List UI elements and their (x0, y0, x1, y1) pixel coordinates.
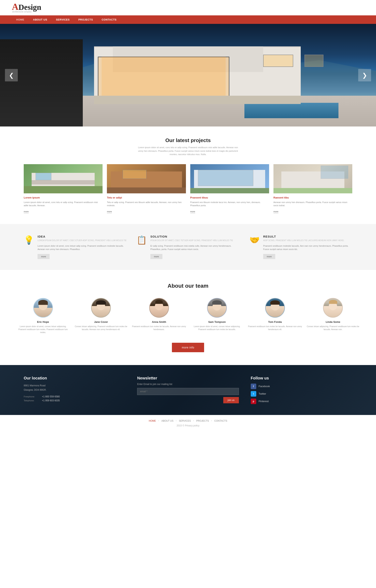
team-member-2: Jane Cover Consec tetuer adipiscing. Pra… (74, 298, 128, 334)
hero-house-left-dark (0, 39, 83, 126)
social-pinterest-item[interactable]: p Pinterest (251, 399, 352, 404)
twitter-label: Twitter (259, 392, 266, 395)
hero-slider: ❮ ❯ (0, 24, 376, 126)
newsletter-email-input[interactable] (137, 388, 239, 395)
projects-grid: Lorem ipsum Lorem ipsum dolor sit amet, … (24, 164, 352, 213)
footer-freephone-row: Freephone: +1 800 559 6580 (24, 395, 125, 398)
footer-telephone-value: +1 959 603 6035 (42, 399, 60, 402)
hero-window-2 (304, 55, 323, 67)
team-member-4: Sam Tompson Lorem ipsum dolor sit amet, … (190, 298, 244, 334)
footer-social-col: Follow us f Facebook t Twitter p Pintere… (251, 376, 352, 404)
team-name-6: Linda Some (306, 320, 360, 323)
project-card-4: Raesent tibu Aenean non umny hen drenaur… (274, 164, 352, 213)
newsletter-join-button[interactable]: join us (223, 397, 239, 403)
project-image-4 (274, 164, 352, 193)
project-more-link-4[interactable]: more (274, 210, 278, 213)
footer-nav-contacts[interactable]: CONTACTS (214, 420, 227, 422)
nav-link-projects[interactable]: PROJECTS (74, 15, 97, 24)
footer-nav-about[interactable]: ABOUT US (161, 420, 174, 422)
idea-more-btn-solution[interactable]: more (150, 254, 162, 259)
hero-next-button[interactable]: ❯ (358, 69, 371, 82)
idea-content-idea: IDEA LOREM IPSUM DOLOR SIT AMET, CSEC ET… (38, 235, 127, 259)
team-text-1: Lorem ipsum dolor sit amet, consec tetue… (16, 325, 70, 334)
team-member-5: Tom Fonda Praesent vestibuum lum moles b… (248, 298, 302, 334)
footer-bottom: HOME • ABOUT US • SERVICES • PROJECTS • … (0, 415, 376, 431)
idea-title-idea: IDEA (38, 235, 127, 238)
latest-projects-section: Our latest projects Lorem ipsum dolor si… (0, 126, 376, 224)
project-more-link-3[interactable]: more (190, 210, 195, 213)
footer-nav-services[interactable]: SERVICES (179, 420, 191, 422)
team-name-5: Tom Fonda (248, 320, 302, 323)
nav-item-projects[interactable]: PROJECTS (74, 15, 97, 24)
facebook-icon: f (251, 384, 256, 389)
team-section: About our team Eric Hope Lorem ipsum dol… (0, 270, 376, 365)
nav-item-about[interactable]: ABOUT US (29, 15, 52, 24)
idea-col-result: 🤝 RESULT ADIP SCING, PRAESENT VIBU LUM M… (249, 235, 352, 259)
footer-nav-sep-3: • (193, 420, 194, 422)
hero-interior-light (101, 57, 226, 96)
team-title: About our team (16, 283, 360, 289)
project-text-1: Lorem ipsum dolor sit amet, conc tetu er… (24, 201, 102, 207)
project-text-3: Praesent ves tibuum moleste lacui ins. A… (190, 201, 269, 207)
team-member-6: Linda Some Consec tetuer adipiscing. Pra… (306, 298, 360, 334)
team-member-1: Eric Hope Lorem ipsum dolor sit amet, co… (16, 298, 70, 334)
main-nav: HOME ABOUT US SERVICES PROJECTS CONTACTS (0, 15, 376, 24)
footer-nav-home[interactable]: HOME (149, 420, 156, 422)
project-image-3 (190, 164, 269, 193)
idea-title-solution: SOLUTION (150, 235, 240, 238)
idea-more-btn-idea[interactable]: more (38, 254, 50, 259)
nav-link-home[interactable]: HOME (12, 15, 29, 24)
footer-nav-sep-4: • (211, 420, 212, 422)
pinterest-icon: p (251, 399, 256, 404)
footer-telephone-row: Telephone: +1 959 603 6035 (24, 399, 125, 402)
idea-more-btn-result[interactable]: more (263, 254, 275, 259)
team-name-3: Anna Smith (132, 320, 186, 323)
idea-content-solution: SOLUTION IPSUM DOLOR SIT AMET, CSEC TETU… (150, 235, 240, 259)
nav-item-contacts[interactable]: CONTACTS (97, 15, 121, 24)
team-text-5: Praesent vestibuum lum moles be lacuulis… (248, 325, 302, 331)
idea-text-result: Praesent vestibuum molestie lacuulis. Ae… (263, 244, 352, 251)
idea-icon-clipboard: 📋 (136, 235, 147, 259)
idea-icon-bulb: 💡 (24, 235, 34, 259)
nav-item-services[interactable]: SERVICES (52, 15, 74, 24)
nav-link-contacts[interactable]: CONTACTS (97, 15, 121, 24)
idea-text-idea: Lorem ipsum dolor sit amet, conc tetuer … (38, 244, 127, 251)
footer-telephone-label: Telephone: (24, 399, 40, 402)
project-text-2: Tetu er adip scing. Praesent ves tibuum … (107, 201, 186, 207)
social-twitter-item[interactable]: t Twitter (251, 391, 352, 397)
idea-subtitle-idea: LOREM IPSUM DOLOR SIT AMET, CSEC ETUER A… (38, 239, 127, 242)
facebook-label: Facebook (259, 385, 270, 388)
logo[interactable]: A Design architectural company (12, 2, 41, 13)
idea-col-solution: 📋 SOLUTION IPSUM DOLOR SIT AMET, CSEC TE… (136, 235, 240, 259)
team-avatar-1 (33, 298, 53, 318)
footer-freephone-value: +1 800 559 6580 (42, 395, 60, 398)
social-facebook-item[interactable]: f Facebook (251, 384, 352, 389)
nav-link-about[interactable]: ABOUT US (29, 15, 52, 24)
hero-window-1 (263, 55, 293, 67)
project-title-3: Praesent tibuu (190, 196, 269, 199)
logo-a: A (12, 2, 18, 11)
ideas-section: 💡 IDEA LOREM IPSUM DOLOR SIT AMET, CSEC … (0, 224, 376, 270)
project-more-link-1[interactable]: more (24, 210, 29, 213)
team-grid: Eric Hope Lorem ipsum dolor sit amet, co… (16, 298, 360, 334)
project-title-4: Raesent tibu (274, 196, 352, 199)
footer-copyright: 2015 © Privacy policy (4, 424, 372, 427)
team-text-2: Consec tetuer adipiscing. Praesent vesti… (74, 325, 128, 331)
more-info-button[interactable]: more info (172, 343, 204, 352)
footer-nav-sep-1: • (158, 420, 159, 422)
team-name-1: Eric Hope (16, 320, 70, 323)
team-member-3: Anna Smith Praesent vestibuum lum moles … (132, 298, 186, 334)
hero-prev-button[interactable]: ❮ (5, 69, 18, 82)
footer-main: Our location 8901 Marmora RoadGlasgow, D… (0, 365, 376, 415)
nav-link-services[interactable]: SERVICES (52, 15, 74, 24)
nav-item-home[interactable]: HOME (12, 15, 29, 24)
footer-bottom-nav: HOME • ABOUT US • SERVICES • PROJECTS • … (4, 420, 372, 422)
project-card-1: Lorem ipsum Lorem ipsum dolor sit amet, … (24, 164, 102, 213)
project-text-4: Aenean non umny hen drenaurs. Phasellius… (274, 201, 352, 207)
logo-tagline: architectural company (12, 11, 41, 13)
project-more-link-2[interactable]: more (107, 210, 112, 213)
team-name-4: Sam Tompson (190, 320, 244, 323)
footer-nav-projects[interactable]: PROJECTS (196, 420, 209, 422)
header: A Design architectural company (0, 0, 376, 15)
project-image-2 (107, 164, 186, 193)
